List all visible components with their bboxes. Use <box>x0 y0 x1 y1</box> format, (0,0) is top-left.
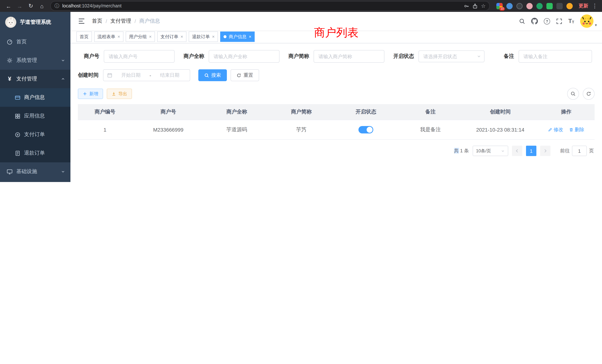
sidebar-item-label: 应用信息 <box>24 113 45 119</box>
search-button[interactable]: 搜索 <box>198 69 227 81</box>
browser-home-icon[interactable]: ⌂ <box>37 1 47 11</box>
extension-icon-1[interactable]: 10 <box>496 3 503 9</box>
fullscreen-icon[interactable] <box>556 18 562 24</box>
toggle-search-button[interactable] <box>567 88 579 100</box>
help-icon[interactable]: ? <box>544 18 550 24</box>
breadcrumb: 首页 / 支付管理 / 商户信息 <box>92 18 160 24</box>
search-form-row-2: 创建时间 开始日期 - 结束日期 <box>78 69 595 81</box>
dashboard-icon <box>7 39 13 45</box>
page-number-button[interactable]: 1 <box>526 146 536 156</box>
site-info-icon[interactable]: ⓘ <box>54 3 59 9</box>
browser-back-icon[interactable]: ← <box>4 1 13 11</box>
extension-icon-2[interactable] <box>506 3 513 9</box>
user-avatar[interactable] <box>580 14 593 28</box>
font-size-icon[interactable]: TT <box>568 18 574 24</box>
gear-icon <box>7 57 13 63</box>
date-end-placeholder: 结束日期 <box>153 72 186 79</box>
password-key-icon[interactable] <box>464 3 470 9</box>
prev-page-button[interactable] <box>512 146 522 156</box>
edit-link[interactable]: 修改 <box>548 126 563 133</box>
close-icon[interactable]: × <box>249 34 251 39</box>
extension-icon-7[interactable] <box>556 3 563 9</box>
close-icon[interactable]: × <box>181 34 183 39</box>
browser-update-button[interactable]: 更新 <box>579 3 588 9</box>
status-select-input[interactable] <box>419 50 484 62</box>
tab-pay-order[interactable]: 支付订单× <box>157 32 186 42</box>
add-button[interactable]: 新增 <box>78 89 103 99</box>
sidebar-item-pay-order[interactable]: 支付订单 <box>0 125 70 144</box>
extension-icon-6[interactable] <box>546 3 553 9</box>
browser-chrome: ← → ↻ ⌂ ⓘ localhost:1024/pay/merchant ☆ … <box>0 0 602 12</box>
status-toggle[interactable] <box>358 126 373 133</box>
short-name-field: 商户简称 <box>288 50 384 63</box>
breadcrumb-payment[interactable]: 支付管理 <box>110 18 131 24</box>
tags-view: 首页 流程表单× 用户分组× 支付订单× 退款订单× 商户信息× <box>70 30 602 43</box>
plus-icon <box>83 92 87 96</box>
full-name-label: 商户全称 <box>183 53 209 60</box>
bookmark-star-icon[interactable]: ☆ <box>481 3 486 9</box>
address-bar[interactable]: ⓘ localhost:1024/pay/merchant ☆ <box>50 1 490 11</box>
sidebar-item-payment[interactable]: ¥ 支付管理 <box>0 70 70 88</box>
tab-home[interactable]: 首页 <box>76 32 92 42</box>
extensions-row: 10 <box>496 3 573 9</box>
merchant-no-input[interactable] <box>104 50 175 63</box>
sidebar-item-refund-order[interactable]: 退款订单 <box>0 144 70 162</box>
url-host: localhost <box>62 3 81 9</box>
pencil-icon <box>548 128 552 132</box>
extension-icon-3[interactable] <box>516 3 523 9</box>
full-name-input[interactable] <box>209 50 280 63</box>
page-size-select[interactable]: 10条/页 <box>473 146 508 156</box>
tab-process-form[interactable]: 流程表单× <box>94 32 123 42</box>
sidebar-item-system[interactable]: 系统管理 <box>0 51 70 70</box>
extension-icon-5[interactable] <box>536 3 543 9</box>
tab-user-group[interactable]: 用户分组× <box>126 32 155 42</box>
remark-input[interactable] <box>519 50 592 63</box>
create-time-field: 创建时间 开始日期 - 结束日期 <box>78 69 190 81</box>
page-content: 商户号 商户全称 商户简称 开启状态 <box>70 43 602 182</box>
sidebar-item-infrastructure[interactable]: 基础设施 <box>0 162 70 181</box>
user-menu[interactable]: ▾ <box>580 14 597 28</box>
table-row: 1 M233666999 芋道源码 芋艿 我是备注 2021-10-23 08:… <box>78 120 595 139</box>
date-range-picker[interactable]: 开始日期 - 结束日期 <box>103 69 190 81</box>
active-tab-dot <box>224 35 226 38</box>
cell-actions: 修改 删除 <box>538 120 595 139</box>
close-icon[interactable]: × <box>149 34 152 39</box>
close-icon[interactable]: × <box>118 34 120 39</box>
extension-badge: 10 <box>499 7 505 11</box>
search-icon[interactable] <box>519 18 525 24</box>
col-actions: 操作 <box>538 104 595 120</box>
refresh-table-button[interactable] <box>583 88 595 100</box>
close-icon[interactable]: × <box>212 34 215 39</box>
status-select[interactable] <box>419 50 484 62</box>
browser-forward-icon[interactable]: → <box>15 1 24 11</box>
breadcrumb-home[interactable]: 首页 <box>92 18 102 24</box>
extension-icon-8[interactable] <box>566 3 573 9</box>
top-navbar: 首页 / 支付管理 / 商户信息 ? <box>70 12 602 30</box>
sidebar-item-dev-tools[interactable]: 研发工具 <box>0 181 70 182</box>
sidebar-item-label: 商户信息 <box>24 94 45 101</box>
sidebar-menu: 首页 系统管理 ¥ 支付管理 <box>0 33 70 182</box>
goto-page-input[interactable] <box>572 146 587 156</box>
export-button[interactable]: 导出 <box>107 89 132 99</box>
github-icon[interactable] <box>531 18 538 24</box>
monitor-icon <box>7 169 13 175</box>
next-page-button[interactable] <box>540 146 550 156</box>
download-icon <box>112 92 116 96</box>
delete-link[interactable]: 删除 <box>569 126 584 133</box>
hamburger-icon[interactable] <box>76 17 87 25</box>
browser-reload-icon[interactable]: ↻ <box>26 1 36 11</box>
extension-icon-4[interactable] <box>526 3 533 9</box>
sidebar-item-merchant-info[interactable]: 商户信息 <box>0 88 70 107</box>
tab-refund-order[interactable]: 退款订单× <box>189 32 218 42</box>
document-icon <box>15 150 20 156</box>
sidebar-item-app-info[interactable]: 应用信息 <box>0 107 70 125</box>
short-name-input[interactable] <box>314 50 384 63</box>
reset-button[interactable]: 重置 <box>231 69 259 81</box>
browser-menu-icon[interactable]: ⋮ <box>591 3 598 9</box>
pagination-total: 共 1 条 <box>454 148 469 154</box>
app-logo[interactable]: 芋道管理系统 <box>0 12 70 33</box>
sidebar-item-home[interactable]: 首页 <box>0 33 70 51</box>
tab-merchant-info[interactable]: 商户信息× <box>220 32 255 42</box>
sidebar-item-label: 系统管理 <box>16 57 37 64</box>
share-icon[interactable] <box>473 3 478 9</box>
